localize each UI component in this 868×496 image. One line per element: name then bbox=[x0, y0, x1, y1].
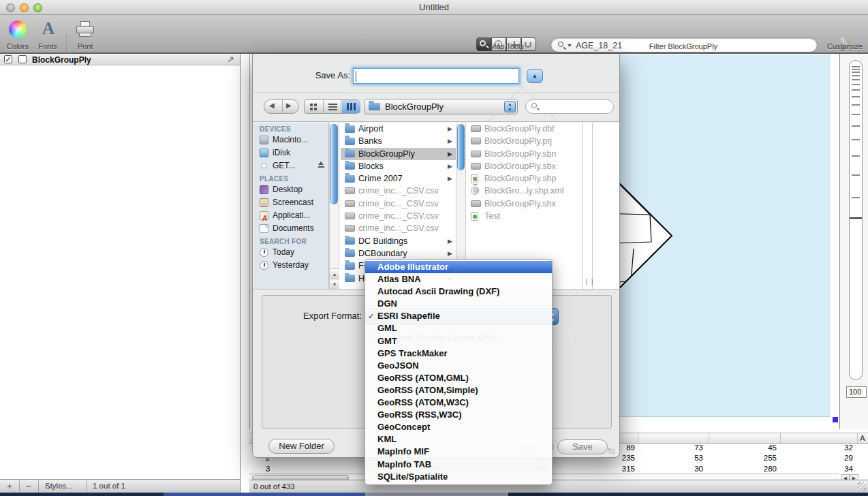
file-row[interactable]: BlockGroupPly ▶ bbox=[341, 148, 456, 160]
layer-detail-arrow-icon[interactable]: ↗ bbox=[227, 55, 234, 65]
layer-visible-checkbox[interactable] bbox=[4, 55, 12, 63]
place-icon bbox=[260, 198, 268, 207]
sidebar-item[interactable]: Today bbox=[254, 246, 328, 259]
styles-button[interactable]: Styles... bbox=[45, 482, 73, 490]
sidebar-item[interactable]: iDisk bbox=[254, 146, 328, 159]
sidebar-scrollbar[interactable]: ▲ ▼ bbox=[329, 123, 339, 289]
file-row[interactable]: Blocks ▶ bbox=[341, 160, 456, 172]
sidebar-item[interactable]: Applicati... bbox=[254, 209, 328, 222]
customize-label: Customize bbox=[823, 42, 867, 50]
menu-item[interactable]: GeoRSS (ATOM,W3C) bbox=[365, 397, 552, 409]
menu-item[interactable]: GeoRSS (ATOM,GML) bbox=[365, 372, 552, 384]
file-row[interactable]: Crime 2007 ▶ bbox=[341, 172, 456, 185]
file-row[interactable]: crime_inc..._CSV.csv ▶ bbox=[341, 198, 456, 210]
menu-item[interactable]: MapInfo TAB bbox=[365, 459, 552, 471]
file-row[interactable]: crime_inc..._CSV.csv ▶ bbox=[341, 210, 456, 222]
file-icon bbox=[471, 151, 481, 157]
menu-item[interactable]: GeoJSON bbox=[365, 360, 552, 372]
zoom-slider-thumb[interactable] bbox=[850, 217, 862, 219]
map-selection-handle[interactable] bbox=[833, 417, 838, 422]
scroll-down-icon[interactable]: ▼ bbox=[330, 279, 339, 289]
expand-sheet-button[interactable]: ▲ bbox=[527, 69, 543, 83]
print-label: Print bbox=[71, 42, 99, 50]
sheet-search-input[interactable] bbox=[525, 99, 614, 114]
fonts-icon[interactable]: A bbox=[40, 19, 57, 38]
zoom-percent-field[interactable]: 100 bbox=[846, 386, 867, 398]
menu-item[interactable]: GéoConcept bbox=[365, 421, 552, 433]
file-row[interactable]: DCBoundary ▶ bbox=[341, 247, 456, 260]
save-button[interactable]: Save bbox=[557, 439, 608, 454]
resize-grip-icon[interactable] bbox=[858, 482, 866, 491]
forward-button[interactable]: ▶ bbox=[286, 102, 292, 109]
remove-layer-button[interactable]: − bbox=[19, 480, 38, 493]
file-row[interactable]: Banks ▶ bbox=[341, 135, 456, 147]
file-row[interactable]: BlockGroupPly.shx ▶ bbox=[467, 198, 581, 210]
device-icon bbox=[260, 136, 268, 144]
layer-list-panel: BlockGroupPly ↗ + − Styles... 1 out of 1 bbox=[0, 54, 241, 493]
colors-label: Colors bbox=[4, 42, 31, 50]
menu-item[interactable]: Atlas BNA bbox=[365, 273, 552, 285]
menu-item[interactable]: GeoRSS (RSS,W3C) bbox=[365, 409, 552, 421]
add-layer-button[interactable]: + bbox=[0, 480, 19, 493]
new-folder-button[interactable]: New Folder bbox=[268, 439, 335, 454]
menu-item[interactable]: DGN bbox=[365, 298, 552, 310]
file-row[interactable]: BlockGroupPly.sbx ▶ bbox=[467, 160, 581, 172]
column-resize-grip[interactable]: ❘❘ bbox=[584, 278, 595, 285]
eject-icon[interactable] bbox=[318, 161, 324, 168]
menu-item[interactable]: GPS TrackMaker bbox=[365, 347, 552, 360]
back-forward-control: ◀ ▶ bbox=[264, 99, 299, 114]
colors-icon[interactable] bbox=[9, 20, 27, 38]
sheet-resize-grip-icon[interactable] bbox=[608, 448, 615, 454]
file-icon bbox=[345, 213, 355, 219]
file-row[interactable]: Airport ▶ bbox=[341, 123, 456, 135]
sidebar-item[interactable]: Screencast bbox=[254, 196, 328, 209]
menu-item[interactable]: ESRI Shapefile bbox=[365, 310, 552, 322]
column-view-button[interactable] bbox=[342, 100, 360, 113]
menu-item[interactable]: SQLite/Spatialite bbox=[365, 471, 552, 483]
save-as-input[interactable] bbox=[353, 68, 519, 84]
file-row[interactable]: crime_inc..._CSV.csv ▶ bbox=[341, 185, 456, 197]
export-format-menu: Adobe Illustrator Atlas BNA Autocad Asci… bbox=[365, 259, 553, 485]
menu-item[interactable]: MapInfo MIF bbox=[365, 446, 552, 458]
scrollbar-thumb[interactable] bbox=[457, 124, 465, 170]
list-view-button[interactable] bbox=[323, 100, 341, 113]
chevron-down-icon[interactable] bbox=[568, 44, 572, 47]
sidebar-item[interactable]: Yesterday bbox=[254, 259, 328, 272]
places-header: PLACES bbox=[254, 172, 328, 183]
file-row[interactable]: BlockGroupPly.sbn ▶ bbox=[467, 148, 581, 160]
menu-item[interactable]: Autocad Ascii Drawing (DXF) bbox=[365, 285, 552, 298]
back-button[interactable]: ◀ bbox=[269, 102, 275, 109]
file-row[interactable]: BlockGroupPly.dbf ▶ bbox=[467, 123, 581, 135]
menu-item[interactable]: GeoRSS (ATOM,Simple) bbox=[365, 384, 552, 397]
file-icon bbox=[345, 150, 355, 157]
layer-edit-checkbox[interactable] bbox=[18, 55, 27, 63]
file-icon bbox=[345, 249, 355, 257]
layer-row[interactable]: BlockGroupPly ↗ bbox=[0, 54, 240, 65]
file-row[interactable]: Test ▶ bbox=[467, 210, 581, 222]
menu-item[interactable]: KML bbox=[365, 433, 552, 446]
file-row[interactable]: BlockGro...ly.shp.xml ▶ bbox=[467, 185, 581, 197]
sidebar-item[interactable]: Macinto... bbox=[254, 134, 328, 146]
file-row[interactable]: DC Buildings ▶ bbox=[341, 235, 456, 247]
scroll-up-icon[interactable]: ▲ bbox=[330, 268, 339, 279]
fonts-label: Fonts bbox=[34, 42, 61, 50]
zoom-slider-track[interactable] bbox=[849, 60, 863, 380]
sidebar-item[interactable]: Documents bbox=[254, 222, 328, 235]
scrollbar-thumb[interactable] bbox=[330, 124, 338, 204]
file-icon bbox=[345, 262, 355, 270]
print-icon[interactable] bbox=[76, 21, 94, 37]
layer-count: 1 out of 1 bbox=[93, 482, 125, 490]
menu-item[interactable]: Adobe Illustrator bbox=[365, 261, 552, 273]
file-row[interactable]: BlockGroupPly.shp ▶ bbox=[467, 172, 581, 185]
sidebar-item[interactable]: GET... bbox=[254, 159, 328, 172]
file-icon bbox=[471, 163, 481, 170]
place-icon bbox=[260, 211, 268, 220]
file-row[interactable]: crime_inc..._CSV.csv ▶ bbox=[341, 222, 456, 234]
file-row[interactable]: BlockGroupPly.prj ▶ bbox=[467, 135, 581, 147]
menu-item[interactable]: GML bbox=[365, 322, 552, 335]
sidebar-item[interactable]: Desktop bbox=[254, 183, 328, 196]
location-popup[interactable]: BlockGroupPly ▲▼ bbox=[364, 99, 518, 114]
file-icon bbox=[345, 187, 355, 194]
icon-view-button[interactable] bbox=[305, 100, 323, 113]
menu-item[interactable]: GMT bbox=[365, 335, 552, 347]
